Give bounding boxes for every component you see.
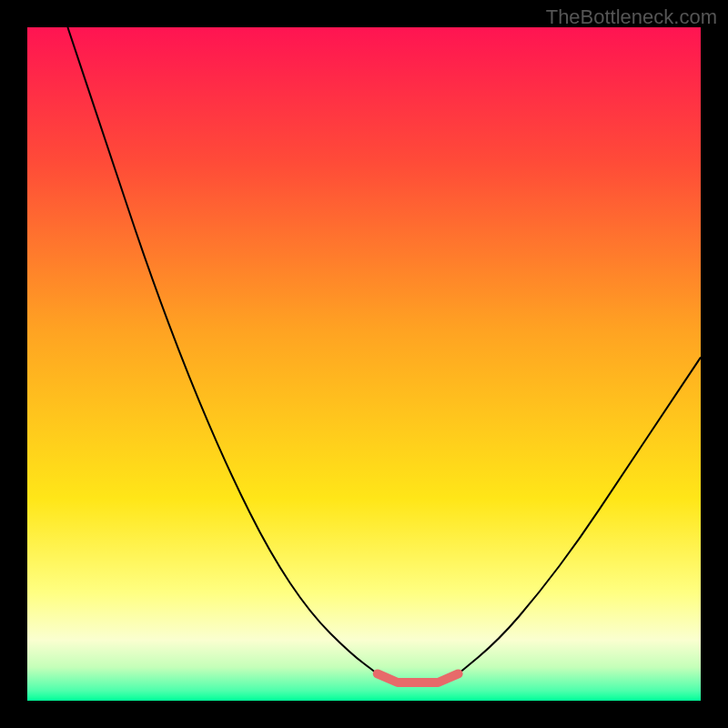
plot-area (27, 27, 701, 701)
curve-left (67, 27, 377, 673)
anomaly-marker (378, 673, 459, 682)
watermark-text: TheBottleneck.com (546, 5, 717, 29)
curve-right (459, 358, 701, 674)
curve-layer (27, 27, 701, 701)
